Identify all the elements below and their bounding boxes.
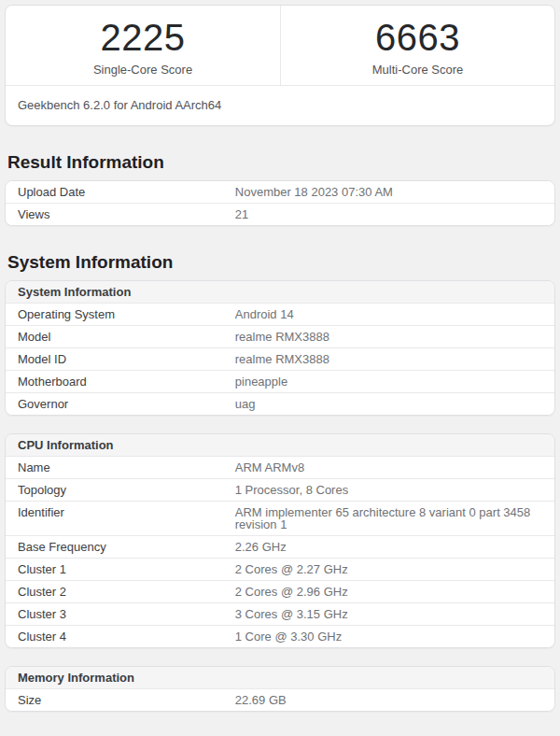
- single-core-score-cell: 2225 Single-Core Score: [6, 6, 280, 85]
- row-label: Identifier: [6, 502, 235, 535]
- row-value: pineapple: [235, 371, 554, 392]
- row-label: Cluster 3: [6, 603, 235, 625]
- table-row: Cluster 12 Cores @ 2.27 GHz: [6, 559, 554, 581]
- row-value: 1 Core @ 3.30 GHz: [235, 626, 554, 647]
- multi-core-score-value: 6663: [281, 18, 554, 57]
- result-information-table: Upload DateNovember 18 2023 07:30 AMView…: [5, 180, 555, 226]
- system-information-table: System Information Operating SystemAndro…: [5, 280, 555, 416]
- row-value: 22.69 GB: [235, 689, 554, 711]
- row-label: Model ID: [6, 348, 235, 370]
- table-row: Operating SystemAndroid 14: [6, 304, 554, 326]
- table-row: Cluster 22 Cores @ 2.96 GHz: [6, 581, 554, 603]
- row-value: 2 Cores @ 2.27 GHz: [235, 559, 554, 580]
- result-information-heading: Result Information: [7, 151, 555, 173]
- row-label: Cluster 1: [6, 559, 235, 580]
- row-label: Views: [6, 204, 235, 225]
- table-header: Memory Information: [6, 667, 554, 689]
- system-information-heading: System Information: [7, 251, 555, 273]
- table-header: CPU Information: [6, 434, 554, 457]
- table-row: Views21: [6, 204, 554, 225]
- table-body: Operating SystemAndroid 14Modelrealme RM…: [6, 304, 554, 415]
- cpu-information-table: CPU Information NameARM ARMv8Topology1 P…: [5, 433, 555, 648]
- table-body: Size22.69 GB: [6, 689, 554, 711]
- row-label: Cluster 2: [6, 581, 235, 602]
- table-row: Size22.69 GB: [6, 689, 554, 711]
- row-value: 2.26 GHz: [235, 536, 554, 558]
- score-summary-card: 2225 Single-Core Score 6663 Multi-Core S…: [5, 5, 555, 126]
- row-label: Topology: [6, 479, 235, 501]
- row-value: realme RMX3888: [235, 348, 554, 370]
- score-row: 2225 Single-Core Score 6663 Multi-Core S…: [6, 6, 554, 85]
- single-core-score-value: 2225: [6, 18, 280, 57]
- row-label: Motherboard: [6, 371, 235, 392]
- row-label: Size: [6, 689, 235, 711]
- table-row: Modelrealme RMX3888: [6, 326, 554, 348]
- row-value: 3 Cores @ 3.15 GHz: [235, 603, 554, 625]
- table-row: Cluster 41 Core @ 3.30 GHz: [6, 626, 554, 647]
- single-core-score-label: Single-Core Score: [6, 63, 280, 77]
- table-row: Governoruag: [6, 393, 554, 415]
- table-row: Base Frequency2.26 GHz: [6, 536, 554, 559]
- row-value: ARM ARMv8: [235, 457, 554, 478]
- row-label: Governor: [6, 393, 235, 415]
- geekbench-result-page: 2225 Single-Core Score 6663 Multi-Core S…: [0, 0, 560, 716]
- table-row: Cluster 33 Cores @ 3.15 GHz: [6, 603, 554, 626]
- table-row: NameARM ARMv8: [6, 457, 554, 479]
- row-value: 2 Cores @ 2.96 GHz: [235, 581, 554, 602]
- row-label: Model: [6, 326, 235, 347]
- table-row: Model IDrealme RMX3888: [6, 348, 554, 371]
- benchmark-version-caption: Geekbench 6.2.0 for Android AArch64: [6, 85, 554, 125]
- row-value: ARM implementer 65 architecture 8 varian…: [235, 502, 554, 535]
- row-value: 1 Processor, 8 Cores: [235, 479, 554, 501]
- row-label: Name: [6, 457, 235, 478]
- table-body: NameARM ARMv8Topology1 Processor, 8 Core…: [6, 457, 554, 647]
- row-label: Cluster 4: [6, 626, 235, 647]
- row-value: uag: [235, 393, 554, 415]
- table-row: Upload DateNovember 18 2023 07:30 AM: [6, 181, 554, 204]
- table-header: System Information: [6, 281, 554, 304]
- row-value: November 18 2023 07:30 AM: [235, 181, 554, 203]
- row-value: Android 14: [235, 304, 554, 325]
- row-label: Base Frequency: [6, 536, 235, 558]
- row-label: Upload Date: [6, 181, 235, 203]
- multi-core-score-cell: 6663 Multi-Core Score: [280, 6, 554, 85]
- table-row: Motherboardpineapple: [6, 371, 554, 393]
- row-value: 21: [235, 204, 554, 225]
- row-value: realme RMX3888: [235, 326, 554, 347]
- table-row: Topology1 Processor, 8 Cores: [6, 479, 554, 502]
- row-label: Operating System: [6, 304, 235, 325]
- multi-core-score-label: Multi-Core Score: [281, 63, 554, 77]
- table-row: IdentifierARM implementer 65 architectur…: [6, 502, 554, 536]
- memory-information-table: Memory Information Size22.69 GB: [5, 666, 555, 712]
